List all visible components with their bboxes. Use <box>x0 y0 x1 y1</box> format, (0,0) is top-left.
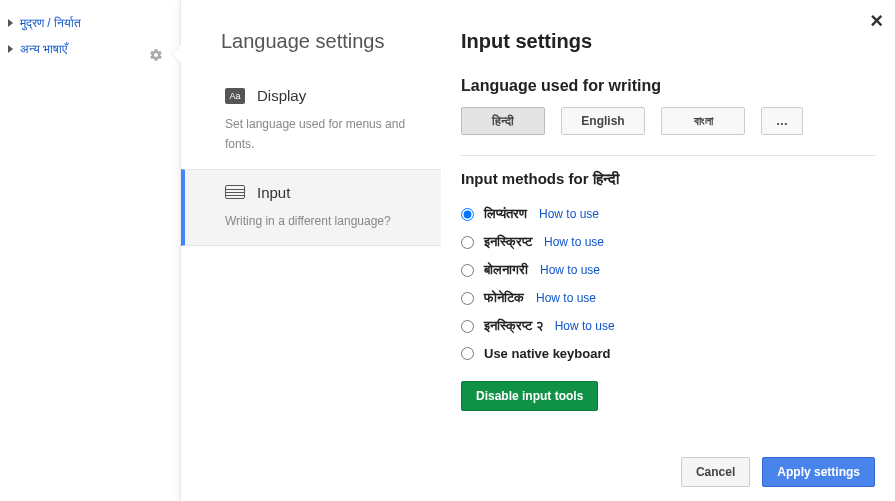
input-settings-title: Input settings <box>461 30 876 53</box>
how-to-use-link[interactable]: How to use <box>544 235 604 249</box>
input-method-label: इनस्क्रिप्ट २ <box>484 318 543 334</box>
input-method-option[interactable]: फोनेटिक How to use <box>461 284 876 312</box>
apply-button-label: Apply settings <box>777 465 860 479</box>
how-to-use-link[interactable]: How to use <box>536 291 596 305</box>
keyboard-icon <box>225 185 245 199</box>
dialog-footer: Cancel Apply settings <box>681 457 875 487</box>
input-method-label: इनस्क्रिप्ट <box>484 234 532 250</box>
input-method-option[interactable]: लिप्यंतरण How to use <box>461 200 876 228</box>
input-methods-section: Input methods for हिन्दी लिप्यंतरण How t… <box>461 155 876 411</box>
input-method-label: फोनेटिक <box>484 290 524 306</box>
language-heading: Language used for writing <box>461 77 876 95</box>
input-method-label: लिप्यंतरण <box>484 206 527 222</box>
triangle-right-icon <box>8 19 13 27</box>
nav-item-desc: Set language used for menus and fonts. <box>225 114 421 155</box>
panel-pointer-icon <box>171 44 181 64</box>
input-method-radio[interactable] <box>461 236 474 249</box>
lang-button-bangla[interactable]: বাংলা <box>661 107 745 135</box>
input-method-radio[interactable] <box>461 292 474 305</box>
input-method-radio[interactable] <box>461 264 474 277</box>
disable-input-tools-button[interactable]: Disable input tools <box>461 381 598 411</box>
page-sidebar: मुद्रण / निर्यात अन्य भाषाएँ <box>0 0 175 62</box>
input-method-option[interactable]: इनस्क्रिप्ट २ How to use <box>461 312 876 340</box>
nav-item-input[interactable]: Input Writing in a different language? <box>181 169 441 246</box>
input-method-label: बोलनागरी <box>484 262 528 278</box>
nav-item-desc: Writing in a different language? <box>225 211 421 231</box>
nav-item-display[interactable]: Aa Display Set language used for menus a… <box>181 73 441 169</box>
lang-button-hindi[interactable]: हिन्दी <box>461 107 545 135</box>
settings-nav: Language settings Aa Display Set languag… <box>181 0 441 246</box>
how-to-use-link[interactable]: How to use <box>539 207 599 221</box>
panel-title: Language settings <box>181 30 441 73</box>
lang-button-label: English <box>581 114 624 128</box>
language-buttons-row: हिन्दी English বাংলা … <box>461 107 876 135</box>
input-method-label: Use native keyboard <box>484 346 610 361</box>
cancel-button[interactable]: Cancel <box>681 457 750 487</box>
input-method-radio[interactable] <box>461 208 474 221</box>
input-method-radio[interactable] <box>461 347 474 360</box>
sidebar-item-print-export[interactable]: मुद्रण / निर्यात <box>0 10 175 36</box>
lang-button-english[interactable]: English <box>561 107 645 135</box>
cancel-button-label: Cancel <box>696 465 735 479</box>
methods-heading-lang: हिन्दी <box>593 170 619 187</box>
lang-button-label: … <box>776 114 788 128</box>
input-method-radio[interactable] <box>461 320 474 333</box>
input-settings-main: Input settings Language used for writing… <box>441 0 895 411</box>
language-settings-panel: × Language settings Aa Display Set langu… <box>180 0 895 501</box>
disable-button-label: Disable input tools <box>476 389 583 403</box>
how-to-use-link[interactable]: How to use <box>540 263 600 277</box>
lang-button-label: हिन्दी <box>492 114 514 128</box>
input-methods-heading: Input methods for हिन्दी <box>461 170 876 188</box>
nav-item-label: Input <box>257 184 290 201</box>
methods-heading-prefix: Input methods for <box>461 170 593 187</box>
lang-button-more[interactable]: … <box>761 107 803 135</box>
how-to-use-link[interactable]: How to use <box>555 319 615 333</box>
nav-item-label: Display <box>257 87 306 104</box>
lang-button-label: বাংলা <box>694 114 713 128</box>
sidebar-item-label: अन्य भाषाएँ <box>20 42 67 56</box>
triangle-right-icon <box>8 45 13 53</box>
display-icon: Aa <box>225 88 245 104</box>
sidebar-item-label: मुद्रण / निर्यात <box>20 16 81 30</box>
apply-settings-button[interactable]: Apply settings <box>762 457 875 487</box>
input-method-option[interactable]: Use native keyboard <box>461 340 876 367</box>
input-method-option[interactable]: बोलनागरी How to use <box>461 256 876 284</box>
gear-icon[interactable] <box>149 48 163 65</box>
input-method-option[interactable]: इनस्क्रिप्ट How to use <box>461 228 876 256</box>
